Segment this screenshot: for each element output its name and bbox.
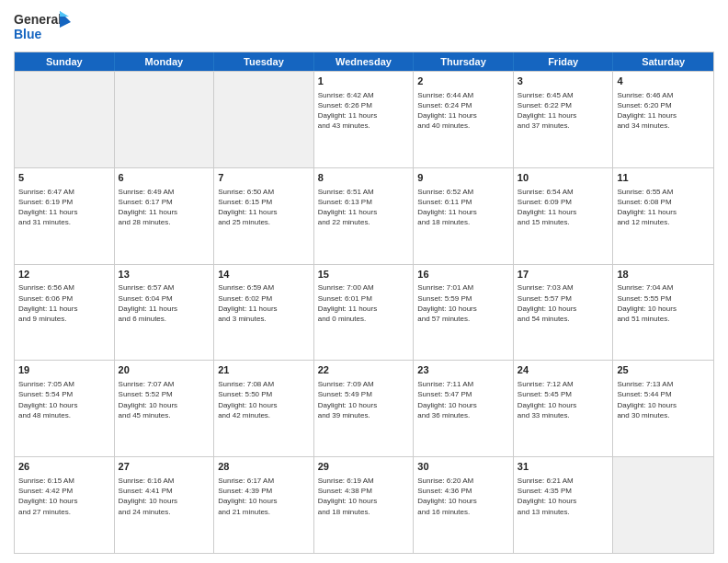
day-number: 18 <box>617 268 710 282</box>
day-info: Sunrise: 7:13 AM Sunset: 5:44 PM Dayligh… <box>617 379 710 420</box>
calendar-cell-empty-0-2 <box>214 72 314 167</box>
day-info: Sunrise: 6:55 AM Sunset: 6:08 PM Dayligh… <box>617 187 710 228</box>
day-number: 23 <box>417 363 509 377</box>
calendar: SundayMondayTuesdayWednesdayThursdayFrid… <box>14 52 714 554</box>
day-number: 14 <box>218 268 310 282</box>
header-day-monday: Monday <box>115 52 215 71</box>
day-number: 2 <box>417 75 509 88</box>
day-number: 9 <box>417 171 509 185</box>
day-number: 3 <box>518 75 609 88</box>
day-number: 6 <box>119 171 210 185</box>
calendar-cell-16: 16Sunrise: 7:01 AM Sunset: 5:59 PM Dayli… <box>414 265 514 361</box>
day-info: Sunrise: 6:47 AM Sunset: 6:19 PM Dayligh… <box>18 187 110 228</box>
day-number: 19 <box>18 363 110 377</box>
day-number: 15 <box>318 268 410 282</box>
calendar-row-0: 1Sunrise: 6:42 AM Sunset: 6:26 PM Daylig… <box>15 71 713 167</box>
day-number: 28 <box>218 460 310 474</box>
calendar-cell-8: 8Sunrise: 6:51 AM Sunset: 6:13 PM Daylig… <box>314 168 415 264</box>
header-day-thursday: Thursday <box>414 52 514 71</box>
header-day-sunday: Sunday <box>15 52 115 71</box>
calendar-cell-18: 18Sunrise: 7:04 AM Sunset: 5:55 PM Dayli… <box>613 265 713 361</box>
calendar-cell-25: 25Sunrise: 7:13 AM Sunset: 5:44 PM Dayli… <box>613 361 713 456</box>
day-number: 20 <box>119 363 210 377</box>
day-info: Sunrise: 6:52 AM Sunset: 6:11 PM Dayligh… <box>417 187 509 228</box>
day-number: 21 <box>218 363 310 377</box>
day-info: Sunrise: 6:54 AM Sunset: 6:09 PM Dayligh… <box>518 187 609 228</box>
calendar-cell-20: 20Sunrise: 7:07 AM Sunset: 5:52 PM Dayli… <box>115 361 215 456</box>
day-number: 16 <box>417 268 509 282</box>
calendar-cell-13: 13Sunrise: 6:57 AM Sunset: 6:04 PM Dayli… <box>115 265 215 361</box>
calendar-header: SundayMondayTuesdayWednesdayThursdayFrid… <box>15 52 713 71</box>
calendar-row-3: 19Sunrise: 7:05 AM Sunset: 5:54 PM Dayli… <box>15 360 713 456</box>
day-number: 12 <box>18 268 110 282</box>
day-info: Sunrise: 7:11 AM Sunset: 5:47 PM Dayligh… <box>417 379 509 420</box>
day-info: Sunrise: 6:15 AM Sunset: 4:42 PM Dayligh… <box>18 476 110 517</box>
day-info: Sunrise: 7:03 AM Sunset: 5:57 PM Dayligh… <box>518 282 609 324</box>
day-number: 11 <box>617 171 710 185</box>
calendar-cell-3: 3Sunrise: 6:45 AM Sunset: 6:22 PM Daylig… <box>514 72 614 167</box>
day-number: 27 <box>119 460 210 474</box>
day-info: Sunrise: 6:57 AM Sunset: 6:04 PM Dayligh… <box>119 282 210 324</box>
calendar-cell-29: 29Sunrise: 6:19 AM Sunset: 4:38 PM Dayli… <box>314 457 415 553</box>
day-info: Sunrise: 6:42 AM Sunset: 6:26 PM Dayligh… <box>318 90 410 132</box>
page: GeneralBlue SundayMondayTuesdayWednesday… <box>0 0 728 563</box>
calendar-cell-12: 12Sunrise: 6:56 AM Sunset: 6:06 PM Dayli… <box>15 265 115 361</box>
logo-svg: GeneralBlue <box>14 9 74 46</box>
day-number: 25 <box>617 363 710 377</box>
calendar-cell-15: 15Sunrise: 7:00 AM Sunset: 6:01 PM Dayli… <box>314 265 415 361</box>
day-info: Sunrise: 6:19 AM Sunset: 4:38 PM Dayligh… <box>318 476 410 517</box>
day-info: Sunrise: 6:50 AM Sunset: 6:15 PM Dayligh… <box>218 187 310 228</box>
day-number: 24 <box>518 363 609 377</box>
day-info: Sunrise: 7:07 AM Sunset: 5:52 PM Dayligh… <box>119 379 210 420</box>
day-number: 26 <box>18 460 110 474</box>
calendar-row-4: 26Sunrise: 6:15 AM Sunset: 4:42 PM Dayli… <box>15 456 713 553</box>
day-info: Sunrise: 6:45 AM Sunset: 6:22 PM Dayligh… <box>518 90 609 132</box>
day-number: 4 <box>617 75 710 88</box>
calendar-cell-24: 24Sunrise: 7:12 AM Sunset: 5:45 PM Dayli… <box>514 361 614 456</box>
day-number: 30 <box>417 460 509 474</box>
day-number: 17 <box>518 268 609 282</box>
day-info: Sunrise: 7:00 AM Sunset: 6:01 PM Dayligh… <box>318 282 410 324</box>
day-info: Sunrise: 6:20 AM Sunset: 4:36 PM Dayligh… <box>417 476 509 517</box>
header-day-tuesday: Tuesday <box>214 52 314 71</box>
day-info: Sunrise: 6:16 AM Sunset: 4:41 PM Dayligh… <box>119 476 210 517</box>
day-info: Sunrise: 6:17 AM Sunset: 4:39 PM Dayligh… <box>218 476 310 517</box>
svg-text:General: General <box>14 12 62 27</box>
day-info: Sunrise: 6:59 AM Sunset: 6:02 PM Dayligh… <box>218 282 310 324</box>
calendar-cell-empty-0-1 <box>115 72 215 167</box>
calendar-cell-31: 31Sunrise: 6:21 AM Sunset: 4:35 PM Dayli… <box>514 457 614 553</box>
day-info: Sunrise: 6:56 AM Sunset: 6:06 PM Dayligh… <box>18 282 110 324</box>
day-info: Sunrise: 7:05 AM Sunset: 5:54 PM Dayligh… <box>18 379 110 420</box>
day-number: 13 <box>119 268 210 282</box>
calendar-cell-28: 28Sunrise: 6:17 AM Sunset: 4:39 PM Dayli… <box>214 457 314 553</box>
header-day-friday: Friday <box>514 52 614 71</box>
calendar-body: 1Sunrise: 6:42 AM Sunset: 6:26 PM Daylig… <box>15 71 713 553</box>
calendar-cell-30: 30Sunrise: 6:20 AM Sunset: 4:36 PM Dayli… <box>414 457 514 553</box>
day-number: 31 <box>518 460 609 474</box>
calendar-cell-empty-4-6 <box>613 457 713 553</box>
day-info: Sunrise: 7:01 AM Sunset: 5:59 PM Dayligh… <box>417 282 509 324</box>
day-info: Sunrise: 7:08 AM Sunset: 5:50 PM Dayligh… <box>218 379 310 420</box>
day-number: 10 <box>518 171 609 185</box>
calendar-cell-9: 9Sunrise: 6:52 AM Sunset: 6:11 PM Daylig… <box>414 168 514 264</box>
calendar-cell-10: 10Sunrise: 6:54 AM Sunset: 6:09 PM Dayli… <box>514 168 614 264</box>
calendar-cell-empty-0-0 <box>15 72 115 167</box>
day-number: 5 <box>18 171 110 185</box>
svg-text:Blue: Blue <box>14 27 42 41</box>
logo: GeneralBlue <box>14 9 74 46</box>
calendar-row-1: 5Sunrise: 6:47 AM Sunset: 6:19 PM Daylig… <box>15 167 713 264</box>
calendar-cell-7: 7Sunrise: 6:50 AM Sunset: 6:15 PM Daylig… <box>214 168 314 264</box>
day-info: Sunrise: 7:12 AM Sunset: 5:45 PM Dayligh… <box>518 379 609 420</box>
day-number: 7 <box>218 171 310 185</box>
day-number: 29 <box>318 460 410 474</box>
header: GeneralBlue <box>14 9 714 46</box>
day-number: 1 <box>318 75 410 88</box>
day-info: Sunrise: 6:49 AM Sunset: 6:17 PM Dayligh… <box>119 187 210 228</box>
calendar-cell-17: 17Sunrise: 7:03 AM Sunset: 5:57 PM Dayli… <box>514 265 614 361</box>
calendar-cell-14: 14Sunrise: 6:59 AM Sunset: 6:02 PM Dayli… <box>214 265 314 361</box>
header-day-saturday: Saturday <box>613 52 713 71</box>
day-number: 8 <box>318 171 410 185</box>
calendar-cell-11: 11Sunrise: 6:55 AM Sunset: 6:08 PM Dayli… <box>613 168 713 264</box>
day-info: Sunrise: 6:46 AM Sunset: 6:20 PM Dayligh… <box>617 90 710 132</box>
calendar-cell-19: 19Sunrise: 7:05 AM Sunset: 5:54 PM Dayli… <box>15 361 115 456</box>
